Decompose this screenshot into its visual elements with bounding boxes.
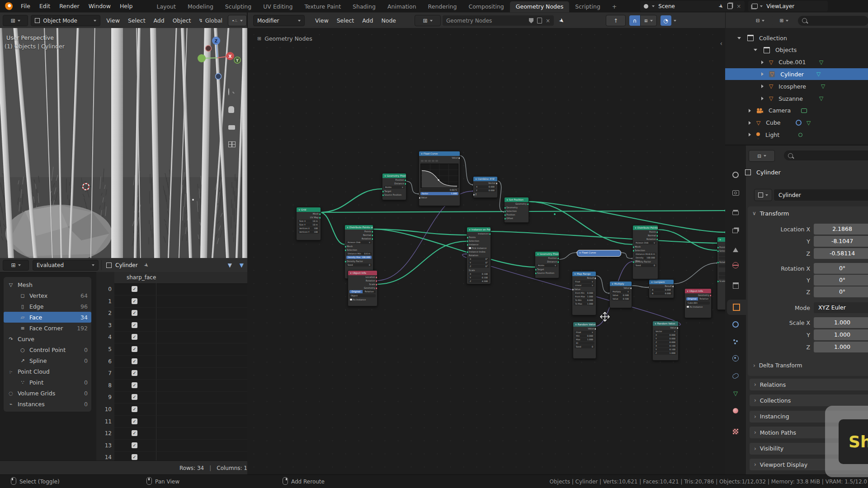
output-tab[interactable] xyxy=(725,205,746,220)
viewport-menu-add[interactable]: Add xyxy=(150,13,169,28)
sidebar-toggle-icon[interactable]: ‹ xyxy=(720,40,722,47)
node-object-info-b[interactable]: ∨ Object InfoGeometryOriginalRelativeCub… xyxy=(684,288,712,318)
node-dropdown[interactable]: Points∨ xyxy=(537,264,557,267)
disclosure-closed-icon[interactable] xyxy=(761,84,764,88)
node-menu-select[interactable]: Select xyxy=(333,13,359,28)
menu-file[interactable]: File xyxy=(16,0,35,12)
sharp-face-checkbox[interactable]: ✓ xyxy=(132,442,137,448)
snap-target-dropdown[interactable]: ⊞ xyxy=(640,15,657,26)
socket[interactable] xyxy=(535,272,537,275)
disclosure-closed-icon[interactable] xyxy=(749,109,751,113)
node-field[interactable]: Value0.500 xyxy=(611,294,630,297)
node-field[interactable]: Vertices X100 xyxy=(298,227,319,230)
disclosure-closed-icon[interactable] xyxy=(749,133,751,136)
table-row[interactable]: 10✓ xyxy=(96,404,247,416)
mesh-data-icon[interactable]: ▽ xyxy=(819,95,823,102)
modifier-dropdown[interactable]: Modifier xyxy=(253,15,305,26)
mode-select[interactable]: Object Mode xyxy=(31,15,100,26)
node-field[interactable]: Seed0 xyxy=(575,345,594,348)
transform-panel-header[interactable]: ∨Transform xyxy=(748,206,868,220)
node-field[interactable]: Object xyxy=(349,294,376,297)
object-id-icon[interactable] xyxy=(754,189,772,201)
node-field[interactable] xyxy=(719,264,725,267)
tab-scripting[interactable]: Scripting xyxy=(569,1,606,12)
node-field[interactable] xyxy=(719,272,725,275)
socket[interactable] xyxy=(594,328,596,330)
node-field[interactable]: X0.000 xyxy=(654,333,677,337)
tab-shading[interactable]: Shading xyxy=(347,1,382,12)
sharp-face-checkbox[interactable]: ✓ xyxy=(132,286,137,292)
outliner-row-collection[interactable]: Collection xyxy=(725,32,868,44)
node-field[interactable]: Seed0 xyxy=(346,263,372,267)
table-row[interactable]: 13✓ xyxy=(96,440,247,452)
sharp-face-checkbox[interactable]: ✓ xyxy=(132,370,137,376)
data-tab[interactable]: ▽ xyxy=(725,385,746,401)
socket[interactable] xyxy=(495,182,498,185)
transform-value-slider[interactable]: 0° xyxy=(814,275,868,286)
transform-value-slider[interactable]: -8.1047 xyxy=(814,236,868,247)
sharp-face-checkbox[interactable]: ✓ xyxy=(132,394,137,400)
node-toggle-row[interactable]: OriginalRelative xyxy=(348,290,377,294)
physics-tab[interactable] xyxy=(725,351,746,366)
tab-compositing[interactable]: Compositing xyxy=(462,1,509,12)
disclosure-open-icon[interactable] xyxy=(754,49,757,51)
node-field[interactable]: Density Max100.000 xyxy=(346,256,372,259)
socket[interactable] xyxy=(630,287,632,290)
outliner-row-camera[interactable]: Camera xyxy=(725,105,868,117)
pin-id-icon[interactable]: ➤ xyxy=(142,261,150,269)
disclosure-closed-icon[interactable] xyxy=(761,72,764,76)
node-compare[interactable]: ∨ CompareResultA0.000B0.000 xyxy=(649,279,674,298)
transform-value-slider[interactable]: 1.000 xyxy=(814,329,868,340)
node-field[interactable]: Cube.001 xyxy=(686,301,710,305)
node-field[interactable]: ID xyxy=(575,342,594,345)
sharp-face-checkbox[interactable]: ✓ xyxy=(132,346,137,352)
domain-volume-grids[interactable]: ◌Volume Grids0 xyxy=(4,388,91,399)
node-clipped-node[interactable]: ∨ GeometryPointsSelectionRotationScale xyxy=(717,237,725,310)
editor-type-spreadsheet[interactable]: ⊞ xyxy=(3,260,29,271)
panel-relations[interactable]: ›Relations xyxy=(750,379,868,390)
socket[interactable] xyxy=(632,249,635,252)
node-field[interactable]: Z4.500 xyxy=(468,280,489,283)
outliner-row-cube-001[interactable]: ▽Cube.001▽ xyxy=(725,56,868,68)
mesh-data-icon[interactable]: ▽ xyxy=(821,83,825,89)
socket[interactable] xyxy=(419,197,421,199)
falloff-dropdown[interactable]: •∴ xyxy=(228,15,247,26)
menu-help[interactable]: Help xyxy=(115,0,137,12)
node-checkbox-row[interactable]: As Instance xyxy=(348,298,377,301)
outliner-row-objects[interactable]: Objects xyxy=(725,44,868,56)
curve-widget[interactable] xyxy=(420,164,458,188)
viewport-menu-view[interactable]: View xyxy=(102,13,124,28)
texture-tab[interactable] xyxy=(725,424,746,439)
go-parent-tree-button[interactable]: ↑ xyxy=(606,15,626,26)
node-grid[interactable]: ∨ GridMeshUV MapSize X10 mSize Y10 mVert… xyxy=(296,207,321,240)
domain-spline[interactable]: ↗Spline0 xyxy=(4,355,91,366)
menu-window[interactable]: Window xyxy=(84,0,115,12)
domain-point[interactable]: ∵Point0 xyxy=(4,377,91,388)
domain-mesh[interactable]: ▽Mesh xyxy=(4,279,91,290)
node-checkbox-row[interactable]: As Instance xyxy=(685,305,711,309)
table-row[interactable]: 6✓ xyxy=(96,356,247,368)
node-map-range[interactable]: ∨ Map RangeResultFloat∨Linear∨ValueFrom … xyxy=(572,271,596,315)
table-row[interactable]: 7✓ xyxy=(96,367,247,380)
overlay-dropdown[interactable] xyxy=(674,20,676,22)
node-field[interactable]: Y0.100 xyxy=(468,276,489,279)
table-row[interactable]: 11✓ xyxy=(96,416,247,428)
node-tree-type[interactable]: ⊞ xyxy=(415,15,441,26)
sharp-face-checkbox[interactable]: ✓ xyxy=(132,298,137,304)
node-toggle-row[interactable]: OriginalRelative xyxy=(685,297,711,301)
transform-value-slider[interactable]: -0.58114 xyxy=(814,248,868,259)
sharp-face-checkbox[interactable]: ✓ xyxy=(132,334,137,340)
mesh-data-icon[interactable]: ▽ xyxy=(816,71,821,77)
object-tab[interactable] xyxy=(727,300,746,315)
orientation-select[interactable]: ↯ Global xyxy=(198,18,222,24)
node-field[interactable]: From Max1.000 xyxy=(574,295,594,298)
tab-uv-editing[interactable]: UV Editing xyxy=(257,1,298,12)
modifier-data-icon[interactable] xyxy=(796,120,802,126)
menu-edit[interactable]: Edit xyxy=(35,0,55,12)
socket[interactable] xyxy=(717,280,719,283)
sharp-face-checkbox[interactable]: ✓ xyxy=(132,454,137,460)
node-field[interactable]: Z1.000 xyxy=(654,352,677,355)
socket[interactable] xyxy=(344,249,347,252)
node-multiply[interactable]: ∨ MultiplyValueMultiply∨Value0.500Value0… xyxy=(609,281,632,308)
socket[interactable] xyxy=(382,194,384,197)
